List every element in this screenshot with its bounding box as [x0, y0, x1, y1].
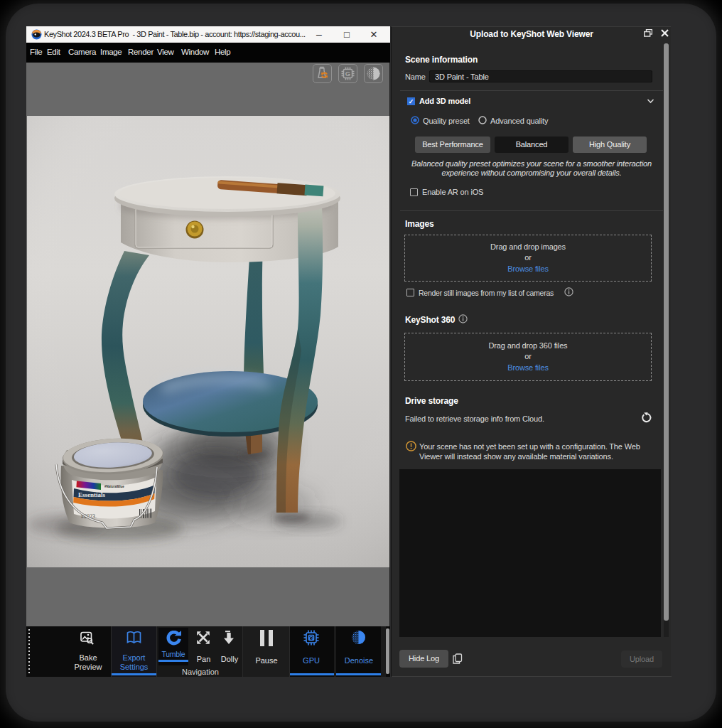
svg-text:#NaturalBlue: #NaturalBlue [104, 485, 124, 488]
svg-text:G: G [308, 635, 313, 642]
svg-text:G: G [345, 70, 350, 77]
svg-text:Essentials: Essentials [78, 491, 106, 498]
